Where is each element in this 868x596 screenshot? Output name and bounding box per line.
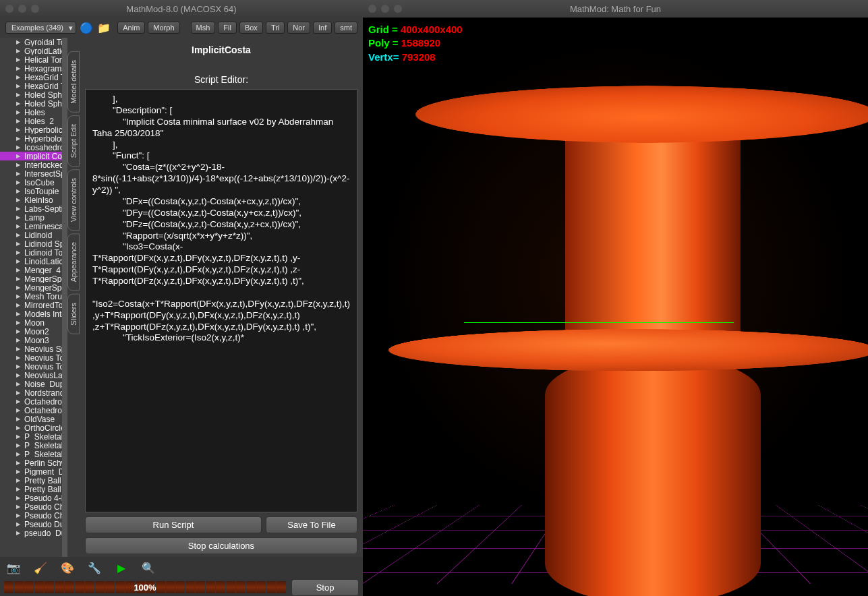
inf-button[interactable]: Inf	[313, 22, 332, 34]
wrench-icon[interactable]: 🔧	[88, 561, 101, 574]
tree-item[interactable]: Mesh Torus_01	[0, 292, 62, 301]
tree-item[interactable]: Pseudo Chmutov	[0, 502, 62, 511]
tree-item[interactable]: MengerSponge	[0, 274, 62, 283]
tab-view-controls[interactable]: View controls	[67, 169, 80, 231]
tree-scrollbar[interactable]	[62, 38, 67, 557]
tree-item[interactable]: Helical Tori	[0, 55, 62, 64]
tree-item[interactable]: IntersectSpheres	[0, 169, 62, 178]
tree-item[interactable]: Neovius Torus	[0, 362, 62, 371]
tree-item[interactable]: Moon2	[0, 327, 62, 336]
stop-calc-button[interactable]: Stop calculations	[85, 537, 357, 554]
tree-item[interactable]: Models Intersect...	[0, 309, 62, 318]
tree-item[interactable]: Pseudo Chmuto...	[0, 511, 62, 520]
play-icon[interactable]: ▶	[115, 561, 128, 574]
magnify-icon[interactable]: 🔍	[142, 561, 155, 574]
tree-item[interactable]: Leminescape	[0, 222, 62, 231]
tree-item[interactable]: NeoviusLatice	[0, 371, 62, 380]
tree-item[interactable]: Holes_2	[0, 117, 62, 125]
tree-item[interactable]: Holed Spheres v...	[0, 99, 62, 108]
tree-item[interactable]: OldVase	[0, 415, 62, 423]
zoom-icon[interactable]	[394, 5, 402, 13]
tree-item[interactable]: Implicit Costa	[0, 152, 62, 160]
tree-item[interactable]: Perlin Schwarz	[0, 458, 62, 467]
tree-item[interactable]: Pretty Ball	[0, 476, 62, 485]
morph-button[interactable]: Morph	[148, 22, 179, 34]
tree-item[interactable]: MengerSpongeS...	[0, 283, 62, 292]
model-tree[interactable]: Gyroidal Tori_2GyroidLaticeHelical ToriH…	[0, 38, 62, 557]
zoom-icon[interactable]	[31, 5, 39, 13]
box-button[interactable]: Box	[239, 22, 263, 34]
tree-item[interactable]: Pretty Ball_2	[0, 485, 62, 494]
tree-item[interactable]: P_Skeletal Sphere	[0, 432, 62, 441]
traffic-lights[interactable]	[368, 5, 402, 13]
tree-item[interactable]: Hexagrams Men...	[0, 64, 62, 73]
tree-item[interactable]: Holed Spheres (i...	[0, 90, 62, 99]
tree-item[interactable]: Noise_Duplin	[0, 380, 62, 388]
tree-item[interactable]: P_Skeletal Tori	[0, 441, 62, 450]
viewport-3d[interactable]: Grid = 400x400x400 Poly = 1588920 Vertx=…	[363, 18, 868, 596]
tree-item[interactable]: Pseudo 4-Noids_2	[0, 494, 62, 502]
tree-item[interactable]: Hyperboloid	[0, 134, 62, 143]
stop-button[interactable]: Stop	[291, 579, 359, 596]
smt-button[interactable]: smt	[335, 22, 357, 34]
close-icon[interactable]	[5, 5, 13, 13]
tree-item[interactable]: Moon3	[0, 336, 62, 345]
tab-sliders[interactable]: Sliders	[67, 294, 80, 334]
tree-item[interactable]: Lidinoid Sphere	[0, 239, 62, 248]
tree-item[interactable]: HexaGrid Torus	[0, 73, 62, 82]
examples-dropdown[interactable]: Examples (349)	[5, 22, 76, 34]
tree-item[interactable]: GyroidLatice	[0, 47, 62, 55]
tree-item[interactable]: Lidinoid	[0, 231, 62, 239]
save-file-button[interactable]: Save To File	[266, 516, 357, 533]
tree-item[interactable]: Holes	[0, 108, 62, 117]
right-titlebar: MathMod: Math for Fun	[363, 0, 868, 18]
fil-button[interactable]: Fil	[218, 22, 237, 34]
progress-bar: 100%	[4, 581, 286, 593]
tree-item[interactable]: Pseudo Duplin_2	[0, 520, 62, 529]
msh-button[interactable]: Msh	[191, 22, 216, 34]
tree-item[interactable]: KleinIso	[0, 196, 62, 204]
tree-item[interactable]: MirroredTorus	[0, 301, 62, 309]
broom-icon[interactable]: 🧹	[34, 561, 47, 574]
traffic-lights[interactable]	[5, 5, 39, 13]
tree-item[interactable]: P_SkeletalGraph	[0, 450, 62, 458]
refresh-icon[interactable]: 🔵	[79, 20, 94, 35]
tree-item[interactable]: Interlocked Toru...	[0, 160, 62, 169]
tree-item[interactable]: IsoToupie	[0, 187, 62, 196]
tree-item[interactable]: OctahedronOfO...	[0, 406, 62, 415]
tree-item[interactable]: HexaGrid Torus_2	[0, 82, 62, 90]
tree-item[interactable]: Icosahedron	[0, 143, 62, 152]
nor-button[interactable]: Nor	[287, 22, 310, 34]
tab-script-edit[interactable]: Script Edit	[67, 115, 80, 167]
screenshot-icon[interactable]: 📷	[7, 561, 20, 574]
tree-item[interactable]: Neovius Sphere	[0, 345, 62, 353]
tree-item[interactable]: Hyperbolic	[0, 125, 62, 134]
anim-button[interactable]: Anim	[117, 22, 145, 34]
minimize-icon[interactable]	[381, 5, 389, 13]
close-icon[interactable]	[368, 5, 376, 13]
tri-button[interactable]: Tri	[266, 22, 285, 34]
tree-item[interactable]: Lidinoid Torus	[0, 248, 62, 257]
tree-item[interactable]: LinoidLatice	[0, 257, 62, 266]
tree-item[interactable]: Pigment_Duplin	[0, 467, 62, 476]
tab-appearance[interactable]: Appearance	[67, 233, 80, 291]
run-script-button[interactable]: Run Script	[85, 516, 262, 533]
code-editor[interactable]: ], "Description": [ "Implicit Costa mini…	[85, 89, 357, 512]
minimize-icon[interactable]	[18, 5, 26, 13]
tree-item[interactable]: Labs-Septic	[0, 204, 62, 213]
tree-item[interactable]: Gyroidal Tori_2	[0, 38, 62, 47]
tree-item[interactable]: Lamp	[0, 213, 62, 222]
tree-item[interactable]: pseudo_Duplin	[0, 529, 62, 537]
tree-item[interactable]: Menger_4 Schw...	[0, 266, 62, 274]
palette-icon[interactable]: 🎨	[61, 561, 74, 574]
tree-item[interactable]: Nordstrand	[0, 388, 62, 397]
folder-icon[interactable]: 📁	[96, 20, 111, 35]
tree-item[interactable]: IsoCube	[0, 178, 62, 187]
surface-lower	[545, 355, 761, 596]
tree-item[interactable]: Moon	[0, 318, 62, 327]
tree-item[interactable]: Neovius Tori	[0, 353, 62, 362]
render-stats: Grid = 400x400x400 Poly = 1588920 Vertx=…	[368, 23, 463, 64]
tab-model-details[interactable]: Model details	[67, 51, 80, 113]
tree-item[interactable]: Octahedron	[0, 397, 62, 406]
tree-item[interactable]: OrthoCircle	[0, 423, 62, 432]
